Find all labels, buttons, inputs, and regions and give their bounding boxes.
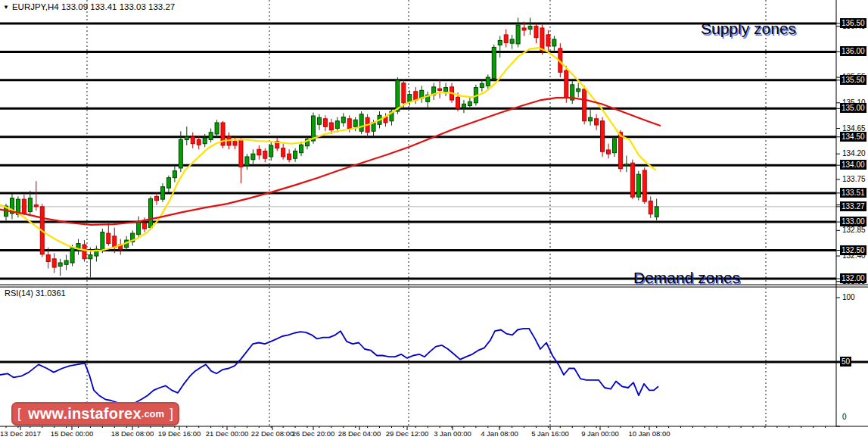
price-level-badge: 132.50 (840, 245, 866, 255)
logo-bracket-right: ] (170, 406, 173, 422)
price-level-badge: 136.00 (840, 46, 866, 56)
chart-title: EURJPY,H4 133.09 133.41 133.03 133.27 (12, 2, 175, 11)
price-level-badge: 132.00 (840, 273, 866, 283)
rsi-axis-label: 100 (842, 293, 855, 301)
supply-zones-label: Supply zones (701, 20, 796, 38)
logo-bracket-left: [ (17, 406, 21, 422)
time-axis-label: 15 Dec 00:00 (38, 429, 106, 438)
symbol-dropdown-icon[interactable]: ▼ (3, 4, 9, 11)
price-level-badge: 135.50 (840, 75, 866, 85)
price-level-badge: 134.50 (840, 132, 866, 142)
price-tick-label: 134.20 (842, 149, 866, 158)
price-tick-label: 133.75 (842, 175, 866, 183)
demand-zones-label: Demand zones (633, 269, 740, 287)
price-level-badge: 133.00 (840, 217, 866, 226)
rsi-indicator-label: RSI(14) 31.0361 (5, 289, 66, 298)
price-level-badge: 133.27 (840, 201, 866, 211)
logo-tld: .com (142, 408, 164, 420)
rsi-axis-label: 50 (840, 357, 851, 367)
logo-domain: www.instaforex (28, 405, 142, 423)
price-tick-label: 132.85 (842, 226, 866, 234)
instaforex-watermark: [www.instaforex.com] (11, 402, 179, 426)
price-axis[interactable]: 136.45135.55135.10134.65134.20133.75133.… (836, 0, 868, 426)
price-level-badge: 134.00 (840, 160, 866, 170)
rsi-axis-label: 0 (842, 413, 847, 421)
time-axis-label: 10 Jan 08:00 (615, 429, 683, 438)
candlestick-chart-canvas[interactable] (0, 0, 868, 443)
price-level-badge: 136.50 (840, 18, 866, 28)
mt4-chart-window: ▼EURJPY,H4 133.09 133.41 133.03 133.27 S… (0, 0, 868, 443)
time-axis[interactable]: 13 Dec 201715 Dec 00:0018 Dec 08:0019 De… (0, 426, 868, 443)
price-level-badge: 135.00 (840, 103, 866, 113)
price-level-badge: 133.51 (840, 188, 866, 198)
chart-title-bar: ▼EURJPY,H4 133.09 133.41 133.03 133.27 (3, 2, 175, 11)
